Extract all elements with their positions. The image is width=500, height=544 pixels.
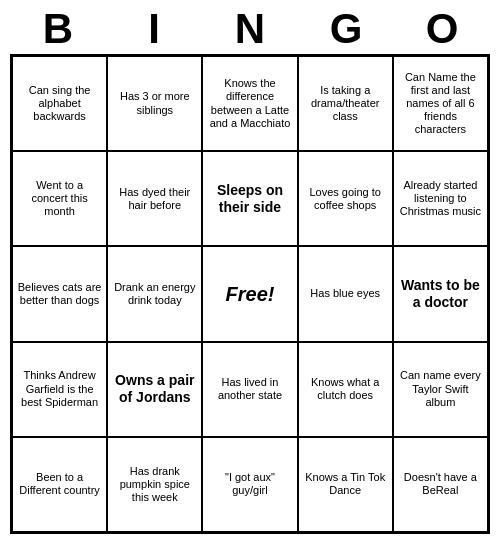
bingo-header: B I N G O	[10, 0, 490, 54]
bingo-cell-12[interactable]: Free!	[202, 246, 297, 341]
bingo-cell-0[interactable]: Can sing the alphabet backwards	[12, 56, 107, 151]
bingo-cell-16[interactable]: Owns a pair of Jordans	[107, 342, 202, 437]
bingo-cell-9[interactable]: Already started listening to Christmas m…	[393, 151, 488, 246]
bingo-cell-14[interactable]: Wants to be a doctor	[393, 246, 488, 341]
letter-n: N	[210, 8, 290, 50]
bingo-cell-8[interactable]: Loves going to coffee shops	[298, 151, 393, 246]
bingo-cell-11[interactable]: Drank an energy drink today	[107, 246, 202, 341]
bingo-cell-21[interactable]: Has drank pumpkin spice this week	[107, 437, 202, 532]
bingo-cell-23[interactable]: Knows a Tin Tok Dance	[298, 437, 393, 532]
bingo-cell-19[interactable]: Can name every Taylor Swift album	[393, 342, 488, 437]
bingo-cell-6[interactable]: Has dyed their hair before	[107, 151, 202, 246]
bingo-cell-10[interactable]: Believes cats are better than dogs	[12, 246, 107, 341]
bingo-cell-7[interactable]: Sleeps on their side	[202, 151, 297, 246]
bingo-cell-2[interactable]: Knows the difference between a Latte and…	[202, 56, 297, 151]
bingo-cell-5[interactable]: Went to a concert this month	[12, 151, 107, 246]
bingo-cell-24[interactable]: Doesn't have a BeReal	[393, 437, 488, 532]
bingo-cell-4[interactable]: Can Name the first and last names of all…	[393, 56, 488, 151]
bingo-cell-15[interactable]: Thinks Andrew Garfield is the best Spide…	[12, 342, 107, 437]
bingo-cell-3[interactable]: Is taking a drama/theater class	[298, 56, 393, 151]
bingo-cell-13[interactable]: Has blue eyes	[298, 246, 393, 341]
letter-g: G	[306, 8, 386, 50]
letter-i: I	[114, 8, 194, 50]
bingo-cell-20[interactable]: Been to a Different country	[12, 437, 107, 532]
letter-b: B	[18, 8, 98, 50]
bingo-grid: Can sing the alphabet backwardsHas 3 or …	[10, 54, 490, 534]
bingo-cell-17[interactable]: Has lived in another state	[202, 342, 297, 437]
letter-o: O	[402, 8, 482, 50]
bingo-cell-1[interactable]: Has 3 or more siblings	[107, 56, 202, 151]
bingo-cell-22[interactable]: "I got aux" guy/girl	[202, 437, 297, 532]
bingo-cell-18[interactable]: Knows what a clutch does	[298, 342, 393, 437]
